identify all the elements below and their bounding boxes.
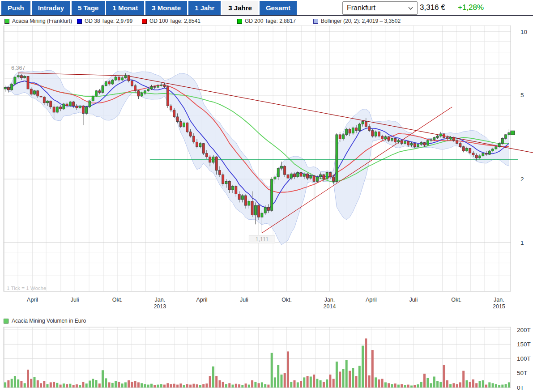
tick-note: 1 Tick = 1 Woche: [7, 285, 46, 291]
candle: [212, 157, 214, 162]
last-price: 3,316 €: [420, 3, 445, 12]
candle: [232, 186, 234, 190]
candle: [378, 132, 380, 136]
volume-bar: [141, 383, 143, 388]
volume-bar: [456, 384, 458, 388]
volume-bar: [202, 384, 205, 388]
candle: [342, 135, 345, 139]
timeframe-button-3-monate[interactable]: 3 Monate: [145, 1, 187, 15]
volume-bar: [17, 379, 19, 388]
candle: [456, 141, 458, 144]
volume-bar: [118, 382, 120, 388]
volume-bar: [329, 375, 331, 388]
svg-text:April: April: [196, 297, 207, 303]
timeframe-button-1-monat[interactable]: 1 Monat: [106, 1, 144, 15]
volume-bar: [323, 382, 325, 388]
candle: [189, 132, 192, 136]
candle: [297, 172, 299, 177]
legend-item-label: Bollinger (20, 2): 2,4019 – 3,3502: [321, 18, 401, 24]
volume-bar: [439, 382, 442, 388]
series-swatch-icon: [4, 19, 9, 24]
candle: [316, 177, 318, 181]
candle: [384, 136, 387, 139]
legend-item-label: GD 200 Tage: 2,8817: [245, 18, 296, 24]
candle: [66, 104, 68, 106]
volume-bar: [495, 384, 497, 388]
volume-bar: [128, 380, 130, 388]
volume-bar: [287, 351, 289, 388]
candle: [277, 168, 279, 177]
volume-bar: [63, 383, 65, 388]
candle: [423, 143, 426, 145]
candle: [349, 129, 351, 133]
volume-bar: [196, 384, 198, 388]
svg-text:0T: 0T: [517, 384, 524, 391]
volume-bar: [219, 380, 221, 388]
candle: [365, 122, 367, 127]
candle: [362, 122, 364, 124]
candle: [219, 170, 221, 175]
candle: [410, 144, 413, 145]
volume-bar: [222, 382, 224, 388]
candle: [20, 76, 22, 78]
candle: [176, 117, 179, 122]
volume-bar: [14, 376, 16, 388]
timeframe-button-intraday[interactable]: Intraday: [32, 1, 70, 15]
candle: [472, 153, 474, 155]
volume-bar: [449, 384, 452, 388]
volume-bar: [290, 382, 292, 388]
candle: [157, 85, 159, 87]
exchange-select[interactable]: Frankfurt: [342, 1, 418, 15]
candle: [27, 76, 29, 89]
volume-bar: [307, 376, 309, 388]
timeframe-button-push[interactable]: Push: [1, 1, 30, 15]
volume-bar: [352, 368, 354, 388]
candle: [183, 123, 185, 127]
candle: [430, 140, 432, 141]
volume-bar: [475, 383, 478, 388]
candle: [310, 175, 312, 178]
timeframe-toolbar: Push Intraday 5 Tage 1 Monat 3 Monate 1 …: [0, 0, 533, 16]
volume-bar: [404, 385, 406, 388]
legend-item-gd38: GD 38 Tage: 2,9799: [77, 18, 132, 24]
volume-bar: [355, 376, 358, 388]
volume-bar: [336, 362, 338, 388]
timeframe-button-1-jahr[interactable]: 1 Jahr: [188, 1, 221, 15]
candle: [452, 137, 455, 141]
legend-item-series: Acacia Mining (Frankfurt): [4, 18, 72, 24]
volume-bar: [24, 383, 26, 388]
candle: [150, 86, 153, 89]
svg-text:April: April: [366, 297, 377, 303]
volume-bar: [508, 382, 510, 388]
volume-bar: [228, 383, 230, 388]
candle: [258, 205, 260, 217]
timeframe-button-gesamt[interactable]: Gesamt: [260, 1, 297, 15]
candle: [89, 101, 91, 107]
candle: [358, 124, 361, 131]
svg-text:150T: 150T: [517, 341, 531, 348]
volume-bar: [215, 376, 217, 388]
candle: [131, 81, 133, 86]
volume-bar: [368, 375, 371, 388]
volume-bar: [294, 380, 296, 388]
volume-bar: [85, 383, 88, 388]
volume-bar: [501, 385, 503, 388]
volume-bar: [365, 338, 367, 388]
candle: [326, 172, 328, 179]
timeframe-button-5-tage[interactable]: 5 Tage: [72, 1, 105, 15]
volume-bar: [144, 384, 146, 388]
candle: [245, 196, 247, 205]
svg-text:April: April: [27, 297, 38, 303]
svg-text:Okt.: Okt.: [112, 297, 123, 303]
candle: [339, 135, 341, 139]
candle: [355, 128, 358, 131]
volume-bar: [238, 384, 240, 388]
candle: [446, 137, 448, 139]
volume-bar: [72, 385, 75, 388]
svg-text:2: 2: [520, 176, 524, 183]
timeframe-button-3-jahre[interactable]: 3 Jahre: [222, 1, 258, 15]
volume-bar: [313, 375, 315, 388]
candle: [14, 77, 16, 84]
candle: [166, 86, 169, 106]
candle: [43, 97, 45, 103]
